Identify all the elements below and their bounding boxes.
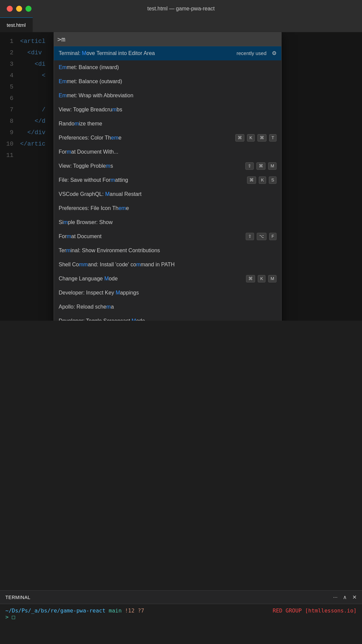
- terminal-line-2: > □: [5, 614, 357, 620]
- editor-area: 1 <articl 2 <div 3 <di 4 < 5 6 7 /: [0, 32, 362, 321]
- kbd-m2: M: [268, 275, 277, 282]
- kbd-cmd: ⌘: [235, 134, 244, 142]
- terminal-group-label: RED GROUP [htmllessons.io]: [273, 607, 357, 614]
- command-palette-item-apollo-reload[interactable]: Apollo: Reload schema: [54, 300, 281, 314]
- command-palette-item-terminal-env[interactable]: Terminal: Show Environment Contributions: [54, 244, 281, 258]
- terminal-ellipsis-button[interactable]: ···: [333, 594, 338, 600]
- kbd-t: T: [269, 134, 277, 142]
- command-palette-item-file-save-no-format[interactable]: File: Save without Formatting ⌘ K S: [54, 173, 281, 187]
- minimize-button[interactable]: [16, 6, 22, 12]
- terminal-collapse-button[interactable]: ∧: [343, 594, 347, 600]
- command-palette-item-emmet-wrap[interactable]: Emmet: Wrap with Abbreviation: [54, 89, 281, 103]
- titlebar: test.html — game-pwa-react: [0, 0, 362, 17]
- kbd-m: M: [268, 162, 277, 170]
- kbd-cmd4: ⌘: [247, 176, 256, 184]
- command-palette-results: Terminal: Move Terminal into Editor Area…: [54, 46, 281, 321]
- gear-icon[interactable]: ⚙: [272, 49, 277, 57]
- command-palette-input[interactable]: [57, 35, 278, 43]
- command-palette: Terminal: Move Terminal into Editor Area…: [54, 32, 282, 321]
- tab-test-html[interactable]: test.html: [0, 17, 33, 32]
- maximize-button[interactable]: [25, 6, 32, 12]
- command-palette-item-change-language[interactable]: Change Language Mode ⌘ K M: [54, 272, 281, 286]
- command-palette-item-badge: recently used ⚙: [237, 49, 277, 57]
- terminal-line-1: ~/Ds/Ps/_a/bs/re/game-pwa-react main !12…: [5, 607, 357, 614]
- command-palette-item-simple-browser[interactable]: Simple Browser: Show: [54, 215, 281, 229]
- terminal-close-button[interactable]: ✕: [352, 594, 357, 600]
- kbd-k2: K: [259, 176, 266, 184]
- terminal-prompt: > □: [5, 614, 15, 620]
- command-palette-item-emmet-balance-out[interactable]: Emmet: Balance (outward): [54, 74, 281, 89]
- kbd-opt: ⌥: [257, 233, 266, 240]
- terminal-status-badge: !12 ?7: [125, 607, 144, 614]
- command-palette-item-vscode-graphql[interactable]: VSCode GraphQL: Manual Restart: [54, 187, 281, 201]
- kbd-cmd3: ⌘: [256, 162, 265, 170]
- command-palette-item-format-document-with[interactable]: Format Document With...: [54, 145, 281, 159]
- close-button[interactable]: [7, 6, 13, 12]
- terminal-controls: ··· ∧ ✕: [333, 594, 357, 600]
- kbd-k: K: [247, 134, 255, 142]
- kbd-shift: ⇧: [245, 162, 254, 170]
- kbd-cmd5: ⌘: [246, 275, 255, 282]
- terminal-body: ~/Ds/Ps/_a/bs/re/game-pwa-react main !12…: [0, 604, 362, 624]
- tab-bar: test.html: [0, 17, 362, 32]
- kbd-s: S: [269, 176, 277, 184]
- command-palette-item-randomize-theme[interactable]: Randоmize theme: [54, 117, 281, 131]
- command-palette-item-dev-inspect[interactable]: Developer: Inspect Key Mappings: [54, 286, 281, 300]
- kbd-f: F: [269, 233, 277, 240]
- terminal-path: ~/Ds/Ps/_a/bs/re/game-pwa-react: [5, 607, 106, 614]
- command-palette-item-terminal-move[interactable]: Terminal: Move Terminal into Editor Area…: [54, 46, 281, 60]
- tab-label: test.html: [7, 22, 26, 28]
- terminal-title: TERMINAL: [5, 595, 31, 600]
- command-palette-item-format-document[interactable]: Format Document ⇧ ⌥ F: [54, 229, 281, 244]
- terminal-branch: main: [109, 607, 122, 614]
- command-palette-item-label: Terminal: Move Terminal into Editor Area: [59, 49, 237, 57]
- terminal-header: TERMINAL ··· ∧ ✕: [0, 591, 362, 604]
- command-palette-item-view-problems[interactable]: View: Toggle Problems ⇧ ⌘ M: [54, 159, 281, 173]
- kbd-shift2: ⇧: [246, 233, 254, 240]
- window-controls[interactable]: [7, 6, 32, 12]
- command-palette-item-prefs-color-theme[interactable]: Preferences: Color Theme ⌘ K ⌘ T: [54, 131, 281, 145]
- kbd-cmd2: ⌘: [257, 134, 266, 142]
- terminal-panel: TERMINAL ··· ∧ ✕ ~/Ds/Ps/_a/bs/re/game-p…: [0, 590, 362, 644]
- command-palette-input-wrapper[interactable]: [54, 33, 281, 46]
- kbd-k3: K: [258, 275, 265, 282]
- command-palette-item-dev-screencast[interactable]: Developer: Toggle Screencast Mode: [54, 314, 281, 321]
- command-palette-item-view-breadcrumbs[interactable]: View: Toggle Breadcrumbs: [54, 103, 281, 117]
- command-palette-item-shell-command[interactable]: Shell Command: Install 'code' command in…: [54, 258, 281, 272]
- command-palette-item-prefs-file-icon[interactable]: Preferences: File Icon Theme: [54, 201, 281, 215]
- command-palette-item-emmet-balance-in[interactable]: Emmet: Balance (inward): [54, 60, 281, 74]
- window-title: test.html — game-pwa-react: [147, 6, 215, 12]
